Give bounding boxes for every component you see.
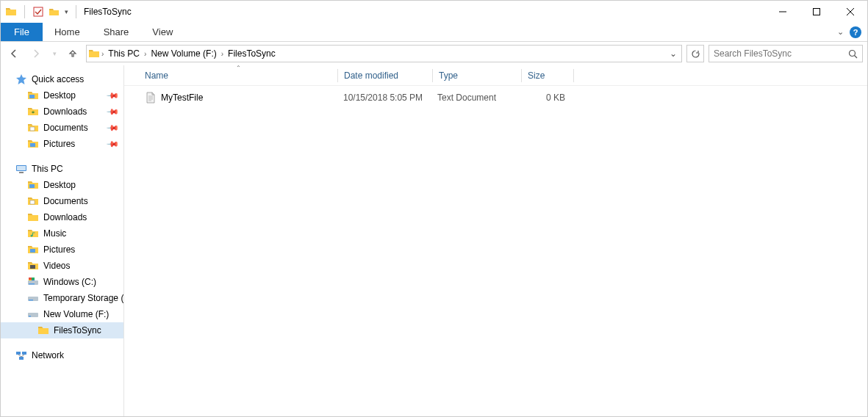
file-row[interactable]: MyTestFile 10/15/2018 5:05 PM Text Docum… xyxy=(139,89,867,106)
pin-icon: 📌 xyxy=(105,88,119,102)
app-folder-icon xyxy=(5,6,17,18)
col-header-type[interactable]: Type xyxy=(433,70,521,81)
column-headers: Name ⌃ Date modified Type Size xyxy=(124,65,867,86)
folder-icon xyxy=(27,195,39,207)
title-separator xyxy=(76,5,76,18)
recent-dropdown[interactable]: ▾ xyxy=(49,45,60,62)
title-bar: ▾ FilesToSync xyxy=(1,1,867,23)
file-date: 10/15/2018 5:05 PM xyxy=(337,93,431,103)
ribbon-expand-icon[interactable]: ⌄ xyxy=(837,27,844,37)
svg-rect-16 xyxy=(30,249,35,253)
file-rows: MyTestFile 10/15/2018 5:05 PM Text Docum… xyxy=(124,86,867,416)
search-box[interactable] xyxy=(709,45,863,62)
nav-label: Pictures xyxy=(43,139,75,149)
nav-pc-drive-c[interactable]: Windows (C:) xyxy=(1,274,123,290)
svg-line-31 xyxy=(18,355,21,357)
search-icon[interactable] xyxy=(848,49,858,59)
nav-label: Videos xyxy=(43,261,70,271)
nav-label: Documents xyxy=(43,123,88,133)
col-header-date[interactable]: Date modified xyxy=(338,70,432,81)
svg-rect-25 xyxy=(29,300,33,301)
nav-label: New Volume (F:) xyxy=(43,309,109,319)
svg-rect-29 xyxy=(22,352,26,355)
up-button[interactable] xyxy=(64,45,82,62)
crumb-drive[interactable]: New Volume (F:) xyxy=(148,46,219,62)
file-tab[interactable]: File xyxy=(1,23,43,41)
svg-rect-11 xyxy=(17,166,26,170)
nav-qa-pictures[interactable]: Pictures 📌 xyxy=(1,136,123,152)
address-dropdown-icon[interactable]: ⌄ xyxy=(667,48,680,59)
qat-newfolder-icon[interactable] xyxy=(49,6,60,18)
file-type: Text Document xyxy=(431,93,520,103)
forward-button[interactable] xyxy=(27,45,45,62)
svg-rect-7 xyxy=(29,95,35,98)
help-icon[interactable]: ? xyxy=(850,26,861,38)
nav-pc-drive-f[interactable]: New Volume (F:) xyxy=(1,306,123,322)
nav-pc-videos[interactable]: Videos xyxy=(1,258,123,274)
nav-qa-documents[interactable]: Documents 📌 xyxy=(1,120,123,136)
nav-group-network: Network xyxy=(1,347,123,363)
folder-icon xyxy=(37,324,49,336)
crumb-this-pc[interactable]: This PC xyxy=(105,46,143,62)
star-icon xyxy=(15,73,27,85)
nav-label: This PC xyxy=(32,164,63,174)
network-icon xyxy=(15,349,27,361)
nav-label: Quick access xyxy=(32,74,84,84)
nav-group-this-pc: This PC Desktop Documents Downloads Musi… xyxy=(1,161,123,338)
nav-pc-music[interactable]: Music xyxy=(1,225,123,242)
nav-pc-drive-temp[interactable]: Temporary Storage ( xyxy=(1,290,123,306)
window-title: FilesToSync xyxy=(84,7,132,17)
chevron-icon[interactable]: › xyxy=(143,50,148,58)
col-header-size[interactable]: Size xyxy=(522,70,573,81)
col-divider[interactable] xyxy=(573,69,574,82)
back-button[interactable] xyxy=(5,45,23,62)
svg-rect-19 xyxy=(29,283,35,285)
nav-qa-desktop[interactable]: Desktop 📌 xyxy=(1,87,123,104)
pin-icon: 📌 xyxy=(105,120,119,134)
nav-network[interactable]: Network xyxy=(1,347,123,363)
drive-icon xyxy=(27,276,39,288)
svg-line-32 xyxy=(21,355,24,357)
svg-rect-30 xyxy=(19,357,24,360)
address-row: ▾ › This PC › New Volume (F:) › FilesToS… xyxy=(1,42,867,65)
svg-line-6 xyxy=(855,55,858,58)
nav-pc-documents[interactable]: Documents xyxy=(1,193,123,209)
nav-label: Desktop xyxy=(43,90,76,101)
chevron-icon[interactable]: › xyxy=(220,50,225,58)
nav-quick-access[interactable]: Quick access xyxy=(1,71,123,87)
svg-rect-14 xyxy=(30,200,35,204)
qat-dropdown-icon[interactable]: ▾ xyxy=(65,8,68,15)
maximize-button[interactable] xyxy=(800,1,833,23)
folder-icon xyxy=(27,244,39,255)
search-input[interactable] xyxy=(714,48,848,59)
nav-pc-downloads[interactable]: Downloads xyxy=(1,209,123,225)
nav-pc-pictures[interactable]: Pictures xyxy=(1,242,123,258)
drive-icon xyxy=(27,308,39,320)
svg-rect-20 xyxy=(29,278,32,280)
col-header-name[interactable]: Name ⌃ xyxy=(139,70,337,81)
file-size: 0 KB xyxy=(520,93,571,103)
crumb-folder[interactable]: FilesToSync xyxy=(225,46,279,62)
navigation-pane: Quick access Desktop 📌 Downloads 📌 Docum… xyxy=(1,65,124,416)
tab-share[interactable]: Share xyxy=(92,23,141,41)
nav-this-pc[interactable]: This PC xyxy=(1,161,123,177)
nav-group-quick-access: Quick access Desktop 📌 Downloads 📌 Docum… xyxy=(1,71,123,152)
minimize-button[interactable] xyxy=(766,1,800,23)
svg-rect-9 xyxy=(30,143,35,147)
folder-icon xyxy=(27,138,39,150)
folder-icon xyxy=(27,90,39,101)
address-bar[interactable]: › This PC › New Volume (F:) › FilesToSyn… xyxy=(86,45,682,62)
col-label: Name xyxy=(145,70,168,81)
nav-qa-downloads[interactable]: Downloads 📌 xyxy=(1,104,123,120)
chevron-icon[interactable]: › xyxy=(100,50,105,58)
svg-rect-23 xyxy=(32,280,35,280)
address-folder-icon xyxy=(88,48,100,59)
tab-view[interactable]: View xyxy=(140,23,184,41)
tab-home[interactable]: Home xyxy=(43,23,92,41)
refresh-button[interactable] xyxy=(686,45,704,62)
svg-rect-2 xyxy=(814,9,820,15)
nav-pc-filestosync[interactable]: FilesToSync xyxy=(1,322,123,338)
qat-properties-icon[interactable] xyxy=(32,6,44,18)
close-button[interactable] xyxy=(833,1,867,23)
nav-pc-desktop[interactable]: Desktop xyxy=(1,177,123,193)
